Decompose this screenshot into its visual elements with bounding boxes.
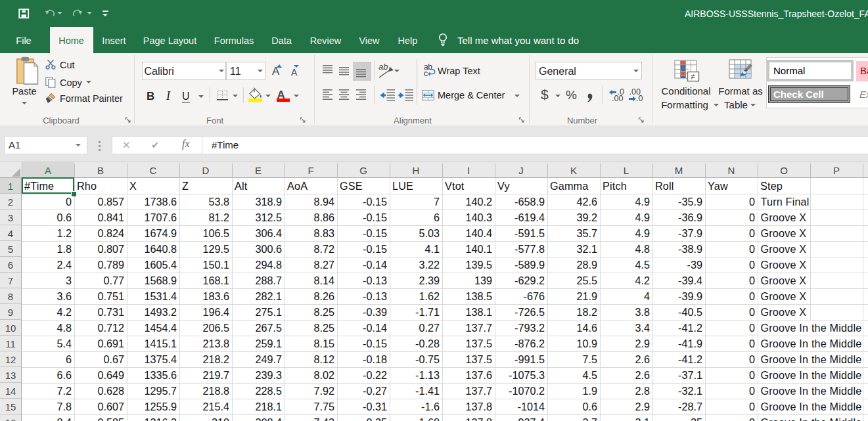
svg-text:≠: ≠: [691, 72, 695, 81]
